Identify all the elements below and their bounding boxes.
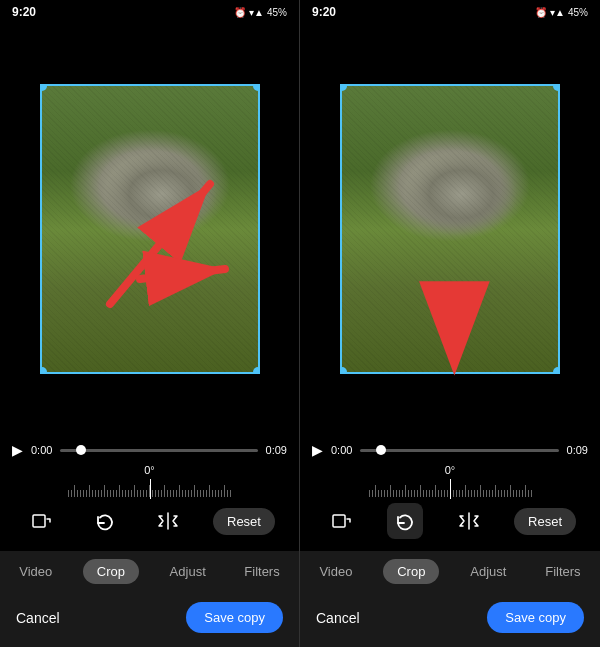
rotation-label-1: 0° — [12, 464, 287, 476]
panel-1: 9:20 ⏰ ▾▲ 45% — [0, 0, 300, 647]
aspect-ratio-button-1[interactable] — [24, 503, 60, 539]
current-time-1: 0:00 — [31, 444, 52, 456]
save-button-1[interactable]: Save copy — [186, 602, 283, 633]
svg-rect-7 — [333, 515, 345, 527]
controls-2: ▶ 0:00 0:09 0° — [300, 434, 600, 551]
crop-corner-tr-2[interactable] — [553, 84, 560, 91]
tab-adjust-2[interactable]: Adjust — [462, 560, 514, 583]
save-button-2[interactable]: Save copy — [487, 602, 584, 633]
crop-corner-bl-2[interactable] — [340, 367, 347, 374]
rotate-button-1[interactable] — [87, 503, 123, 539]
crop-corner-bl-1[interactable] — [40, 367, 47, 374]
panel-2: 9:20 ⏰ ▾▲ 45% — [300, 0, 600, 647]
tab-filters-1[interactable]: Filters — [236, 560, 287, 583]
total-time-2: 0:09 — [567, 444, 588, 456]
crop-corner-tl-1[interactable] — [40, 84, 47, 91]
video-thumbnail-1 — [40, 84, 260, 374]
status-bar-1: 9:20 ⏰ ▾▲ 45% — [0, 0, 299, 24]
ruler-1 — [12, 479, 287, 499]
tab-filters-2[interactable]: Filters — [537, 560, 588, 583]
aspect-ratio-button-2[interactable] — [324, 503, 360, 539]
alarm-icon-2: ⏰ — [535, 7, 547, 18]
alarm-icon: ⏰ — [234, 7, 246, 18]
video-area-2[interactable] — [300, 24, 600, 434]
playback-row-1: ▶ 0:00 0:09 — [12, 442, 287, 458]
status-icons-1: ⏰ ▾▲ 45% — [234, 7, 287, 18]
ruler-2 — [312, 479, 588, 499]
wifi-icon-2: ▾▲ — [550, 7, 565, 18]
bottom-bar-1: Cancel Save copy — [0, 592, 299, 647]
crop-corner-tl-2[interactable] — [340, 84, 347, 91]
crop-corner-tr-1[interactable] — [253, 84, 260, 91]
cancel-button-1[interactable]: Cancel — [16, 610, 60, 626]
reset-button-2[interactable]: Reset — [514, 508, 576, 535]
flip-button-1[interactable] — [150, 503, 186, 539]
tab-adjust-1[interactable]: Adjust — [162, 560, 214, 583]
seek-dot-2 — [376, 445, 386, 455]
battery-label-2: 45% — [568, 7, 588, 18]
ruler-center-2 — [450, 479, 451, 499]
rotate-button-2[interactable] — [387, 503, 423, 539]
seek-bar-2[interactable] — [360, 449, 558, 452]
wifi-icon: ▾▲ — [249, 7, 264, 18]
crop-border-2 — [340, 84, 560, 374]
tab-video-2[interactable]: Video — [311, 560, 360, 583]
ruler-center-1 — [150, 479, 151, 499]
crop-corner-br-1[interactable] — [253, 367, 260, 374]
rotation-label-2: 0° — [312, 464, 588, 476]
seek-dot-1 — [76, 445, 86, 455]
controls-1: ▶ 0:00 0:09 0° — [0, 434, 299, 551]
video-area-1[interactable] — [0, 24, 299, 434]
battery-label: 45% — [267, 7, 287, 18]
bottom-bar-2: Cancel Save copy — [300, 592, 600, 647]
tool-row-1: Reset — [12, 499, 287, 543]
play-button-1[interactable]: ▶ — [12, 442, 23, 458]
flip-button-2[interactable] — [451, 503, 487, 539]
reset-button-1[interactable]: Reset — [213, 508, 275, 535]
status-time-1: 9:20 — [12, 5, 36, 19]
tab-crop-1[interactable]: Crop — [83, 559, 139, 584]
total-time-1: 0:09 — [266, 444, 287, 456]
svg-rect-4 — [33, 515, 45, 527]
play-button-2[interactable]: ▶ — [312, 442, 323, 458]
tab-bar-1: Video Crop Adjust Filters — [0, 551, 299, 592]
seek-bar-1[interactable] — [60, 449, 257, 452]
status-bar-2: 9:20 ⏰ ▾▲ 45% — [300, 0, 600, 24]
crop-border-1 — [40, 84, 260, 374]
crop-corner-br-2[interactable] — [553, 367, 560, 374]
tab-bar-2: Video Crop Adjust Filters — [300, 551, 600, 592]
status-icons-2: ⏰ ▾▲ 45% — [535, 7, 588, 18]
status-time-2: 9:20 — [312, 5, 336, 19]
tab-crop-2[interactable]: Crop — [383, 559, 439, 584]
current-time-2: 0:00 — [331, 444, 352, 456]
tab-video-1[interactable]: Video — [11, 560, 60, 583]
playback-row-2: ▶ 0:00 0:09 — [312, 442, 588, 458]
tool-row-2: Reset — [312, 499, 588, 543]
cancel-button-2[interactable]: Cancel — [316, 610, 360, 626]
video-thumbnail-2 — [340, 84, 560, 374]
